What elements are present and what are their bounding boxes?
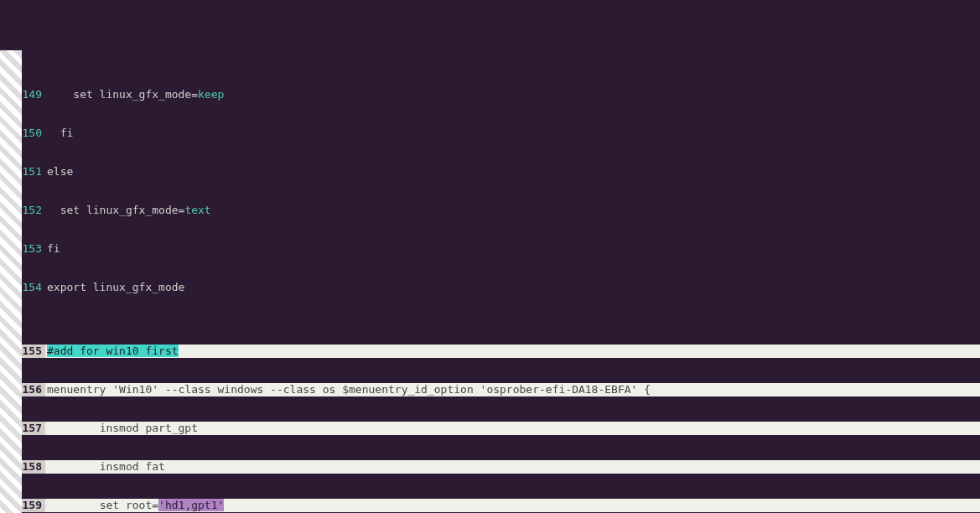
code-line: 150 fi — [22, 127, 980, 140]
code-line: 151else — [22, 165, 980, 179]
document-lines: 149 set linux_gfx_mode=keep 150 fi 151el… — [22, 50, 980, 513]
code-line: 154export linux_gfx_mode — [22, 281, 980, 294]
code-line: 159 set root='hd1,gpt1' — [22, 499, 980, 512]
code-line: 152 set linux_gfx_mode=text — [22, 204, 980, 217]
code-line: 153fi — [22, 242, 980, 256]
checker-gutter — [0, 50, 22, 513]
line-number: 149 — [22, 88, 45, 101]
code-line: 156menuentry 'Win10' --class windows --c… — [22, 383, 980, 396]
code-line: 158 insmod fat — [22, 460, 980, 474]
code-line: 155#add for win10 first — [22, 345, 980, 358]
code-editor[interactable]: 149 set linux_gfx_mode=keep 150 fi 151el… — [0, 50, 980, 513]
code-line: 149 set linux_gfx_mode=keep — [22, 88, 980, 101]
string-highlight: 'hd1,gpt1' — [158, 499, 224, 511]
code-line: 157 insmod part_gpt — [22, 422, 980, 435]
comment-highlight: #add for win10 first — [47, 345, 179, 357]
